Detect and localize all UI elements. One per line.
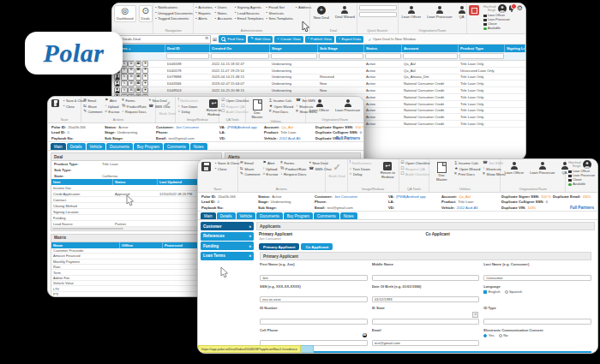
filter-product-type[interactable] [459,53,504,60]
dob-field[interactable] [372,296,480,302]
doc-master-button[interactable]: Doc Master [431,161,452,182]
column-item[interactable]: Item [51,179,113,185]
va-link[interactable]: (PWA)Android app [396,194,426,199]
sidebar-item-loan-terms[interactable]: Loan Terms [201,252,254,260]
deal-wizard-button[interactable]: Deal Wizard [333,5,357,20]
tab-notes[interactable]: Notes [340,212,357,219]
print-docs-button[interactable]: Print Docs [454,172,480,176]
table-row[interactable]: D049503 2022-10-25 20:38:15 Underwriting… [112,87,525,94]
ribbon-item-sms-templates[interactable]: Sms Templates [266,16,292,21]
lead-id-link[interactable]: 0 [68,130,69,134]
call-icon[interactable] [135,68,141,74]
call-icon[interactable] [135,74,141,80]
income-calc-button[interactable]: Income Calc [454,161,480,165]
loan-processor-button[interactable]: Loan Processor [528,161,556,176]
customer-link[interactable]: Jon Consumer [176,125,199,129]
tab-documents[interactable]: Documents [256,212,283,219]
filter-sub-stage[interactable] [319,53,363,60]
checklist-row[interactable]: Closing Method [51,203,221,209]
user-avatar[interactable] [583,160,591,169]
call-icon[interactable] [135,87,141,93]
column-deal-id[interactable]: Deal ID [165,45,210,52]
open-in-new-window-checkbox[interactable]: ✓Open Deal In New Window [368,37,416,42]
ribbon-item-activities[interactable]: Activities [195,5,212,9]
column-name[interactable]: Name [51,242,120,248]
request-qa-button[interactable]: Request QA [221,104,249,109]
middle-name-field[interactable] [372,275,480,281]
view-selector-dropdown[interactable]: All Deals Deal [115,35,211,44]
ribbon-item-alerts[interactable]: Alerts [195,16,212,21]
alert-button[interactable]: Alert [262,161,278,165]
vehicle-link[interactable]: 2012 Audi A5 [279,136,301,140]
forms-button[interactable]: Forms [122,98,146,103]
ribbon-item-untagged-documents[interactable]: Untagged Documents [155,11,192,15]
flag-icon[interactable] [142,61,148,67]
escrow-button[interactable]: Escrow [262,172,278,176]
print-docs-button[interactable]: Print Docs [269,110,293,114]
flag-icon[interactable] [142,81,148,87]
delay-button[interactable]: Delay [350,172,372,176]
loan-officer-button[interactable]: Loan Officer [400,5,423,20]
column-status[interactable]: Status [364,45,402,52]
checklist-row[interactable]: Contract [51,197,221,203]
id-state-field[interactable] [372,319,480,325]
turn-down-button[interactable]: Turn Down [177,104,198,109]
notifications-button[interactable]: Notifications [177,98,198,103]
edit-icon[interactable] [121,81,127,87]
book-deal-button[interactable]: ✓Book Deal [327,161,347,179]
share-button[interactable]: Share [240,167,260,171]
flag-icon[interactable] [142,74,148,80]
phone-icon[interactable]: ☎ [363,333,367,337]
tab-buy-program[interactable]: Buy Program [134,143,163,150]
id-number-field[interactable] [260,319,368,325]
ssn-field[interactable] [260,296,368,302]
horizontal-scrollbar[interactable] [51,227,221,230]
loan-processor-button[interactable]: Loan Processor [425,5,453,20]
checklist-row[interactable]: Credit Application Approved 12/10/2022 0… [51,191,221,197]
sidebar-item-customer[interactable]: Customer [201,222,254,230]
turn-down-button[interactable]: Turn Down [350,167,372,171]
table-row[interactable]: D043346 2019-02-07 15:04:07 Underwriting… [112,81,525,87]
export-data-button[interactable]: Export Data [336,36,363,43]
va-link[interactable]: (PWA)Android app [227,125,257,129]
flag-icon[interactable] [142,68,148,74]
filter-deal-id[interactable] [166,53,209,60]
flag-icon[interactable] [142,87,148,93]
column-product-type[interactable]: Product Type [459,45,505,52]
filter-created-on[interactable] [211,53,269,60]
tab-vehicle[interactable]: Vehicle [87,143,106,150]
request-docs-button[interactable]: Request Docs [280,172,306,176]
tab-main[interactable]: Main [201,212,216,219]
ribbon-item-lead-sources[interactable]: Lead/Sources [235,11,264,15]
dropdown-icon[interactable]: ▾ [472,312,478,318]
email-field[interactable] [372,340,480,346]
save-close-button[interactable]: Save & Close [215,161,239,165]
filter-account[interactable] [403,53,458,60]
request-docs-button[interactable]: Request Docs [122,110,146,114]
notifications-bell-icon[interactable] [508,5,514,12]
consent-yes-option[interactable]: Yes [483,333,494,337]
ribbon-item-notifications[interactable]: Notifications [155,5,192,9]
share-button[interactable]: Share [83,104,102,109]
open-checklist-button[interactable]: Open Checklist [401,161,430,165]
tab-notes[interactable]: Notes [190,143,207,150]
email-icon[interactable] [128,87,134,93]
tab-main[interactable]: Main [51,143,66,150]
save-button[interactable] [50,98,61,108]
column-account[interactable]: Account [402,45,459,52]
table-row[interactable]: D079888 2023-04-14 21:48:15 Underwriting… [112,75,525,81]
ribbon-item-address[interactable]: Address [296,5,311,9]
upload-button[interactable]: Upload [105,104,119,109]
customer-link[interactable]: Jon Consumer [334,194,357,199]
tab-details[interactable]: Details [217,212,236,219]
sidebar-item-references[interactable]: References [201,232,254,241]
email-icon[interactable] [128,74,134,80]
full-partners-link[interactable]: Full Partners [336,136,360,140]
email-icon[interactable] [128,81,134,87]
audit-checklist-button[interactable]: Audit Checklist [221,110,249,114]
table-row[interactable]: D046598 2022-10-15 18:32:47 Underwriting… [112,61,525,68]
request-qa-button[interactable]: Request QA [401,167,430,171]
last-name-field[interactable] [483,275,591,281]
open-deal-icon[interactable] [114,74,120,80]
vehicle-link[interactable]: 2012 Audi A5 [457,206,478,210]
